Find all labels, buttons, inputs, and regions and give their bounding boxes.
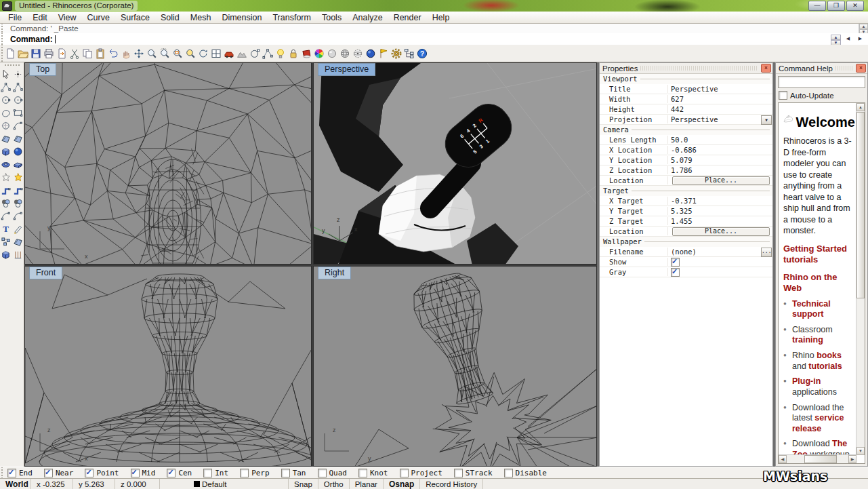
osnap-knot-checkbox[interactable] (358, 469, 367, 477)
zoom-extents-button[interactable] (184, 46, 197, 60)
help-link-text[interactable]: training (792, 335, 823, 345)
box-button[interactable] (0, 145, 12, 157)
history-scrollbar[interactable]: ▲▼ (859, 24, 868, 33)
property-value[interactable] (668, 268, 772, 277)
property-value[interactable]: Perspective (668, 85, 772, 93)
scroll-right-icon[interactable]: ▶ (848, 455, 856, 463)
drag-grip[interactable] (0, 33, 3, 45)
move-button[interactable] (132, 46, 145, 60)
circle-button[interactable] (0, 94, 12, 106)
status-pane-snap[interactable]: Snap (289, 479, 318, 489)
blocks-button[interactable] (0, 235, 12, 248)
circle-tangent-button[interactable] (0, 119, 12, 132)
property-value[interactable]: 1.786 (668, 166, 772, 174)
osnap-grip[interactable] (0, 467, 3, 478)
status-layer[interactable]: Default (188, 479, 289, 489)
scrollbar-thumb[interactable] (856, 112, 865, 298)
help-vertical-scrollbar[interactable]: ▲ ▼ (856, 103, 865, 455)
zoom-dynamic-button[interactable] (158, 46, 171, 60)
menu-tools[interactable]: Tools (316, 12, 347, 24)
menu-transform[interactable]: Transform (267, 12, 316, 24)
property-value[interactable]: 442 (668, 105, 772, 113)
help-link-text[interactable]: books (817, 351, 842, 360)
control-points-button[interactable] (261, 46, 274, 60)
help-link-text[interactable]: Plug-in (792, 376, 821, 386)
osnap-project-checkbox[interactable] (400, 469, 409, 477)
status-coord-3[interactable]: z 0.000 (115, 479, 160, 489)
drag-grip[interactable] (0, 24, 3, 33)
curve-tools-button[interactable] (12, 81, 24, 93)
top-viewport-canvas[interactable] (25, 63, 312, 265)
osnap-quad-checkbox[interactable] (318, 469, 327, 477)
render-button[interactable] (312, 46, 325, 60)
property-value[interactable]: (none) (668, 248, 772, 256)
freeform-curve-button[interactable] (0, 106, 12, 119)
osnap-point-checkbox[interactable] (85, 469, 94, 477)
osnap-strack-checkbox[interactable] (454, 469, 463, 477)
export-button[interactable] (55, 46, 68, 60)
front-viewport[interactable]: Front z x (24, 266, 312, 467)
osnap-disable-checkbox[interactable] (504, 469, 513, 477)
menu-render[interactable]: Render (388, 12, 427, 24)
property-value[interactable]: Place... (668, 176, 772, 186)
menu-edit[interactable]: Edit (27, 12, 53, 24)
menu-curve[interactable]: Curve (82, 12, 115, 24)
osnap-mid-checkbox[interactable] (131, 469, 140, 477)
pan-button[interactable] (119, 46, 132, 60)
open-file-button[interactable] (16, 46, 29, 60)
properties-close-icon[interactable]: x (761, 64, 771, 73)
slab-button[interactable] (12, 158, 24, 170)
status-cplane[interactable]: World (0, 479, 31, 489)
property-value[interactable]: 1.455 (668, 217, 772, 225)
property-value[interactable]: 5.079 (668, 156, 772, 164)
menu-analyze[interactable]: Analyze (347, 12, 388, 24)
osnap-int-checkbox[interactable] (203, 469, 212, 477)
status-pane-record-history[interactable]: Record History (420, 479, 483, 489)
help-horizontal-scrollbar[interactable]: ◀ ▶ (779, 454, 856, 463)
place-button[interactable]: Place... (672, 176, 770, 185)
surface-patch-button[interactable] (0, 132, 12, 144)
boolean-difference-button[interactable] (12, 197, 24, 209)
array-button[interactable] (12, 248, 24, 260)
scroll-left-icon[interactable]: ◀ (843, 35, 853, 43)
menu-surface[interactable]: Surface (115, 12, 155, 24)
help-bullet-text[interactable]: Download the latest service release (792, 403, 855, 435)
top-viewport-label[interactable]: Top (29, 63, 56, 76)
help-search-input[interactable] (778, 76, 865, 88)
status-pane-planar[interactable]: Planar (350, 479, 384, 489)
menu-mesh[interactable]: Mesh (185, 12, 217, 24)
notes-button[interactable] (377, 46, 390, 60)
scroll-up-icon[interactable]: ▲ (859, 24, 868, 29)
status-pane-osnap[interactable]: Osnap (384, 479, 420, 489)
blend-curve-button[interactable] (0, 210, 12, 222)
extrude-button[interactable] (0, 184, 12, 196)
menu-help[interactable]: Help (427, 12, 455, 24)
help-bullet-text[interactable]: Rhino books and tutorials (792, 351, 855, 372)
save-button[interactable] (29, 46, 42, 60)
right-viewport-canvas[interactable] (314, 267, 597, 467)
maximize-button[interactable]: ❐ (827, 1, 845, 11)
right-viewport-label[interactable]: Right (318, 267, 351, 279)
options-button[interactable] (390, 46, 402, 60)
control-point-curve-button[interactable] (0, 81, 12, 93)
perspective-viewport-canvas[interactable]: 642R531 (314, 63, 597, 265)
minimize-button[interactable]: — (808, 1, 826, 11)
print-button[interactable] (42, 46, 55, 60)
show-checkbox[interactable] (671, 258, 680, 267)
help-button[interactable]: ? (415, 46, 428, 60)
select-button[interactable] (0, 68, 12, 80)
command-spinner[interactable]: ▲▼ (831, 35, 841, 44)
shaded-view-button[interactable] (299, 46, 312, 60)
command-help-close-icon[interactable]: x (856, 64, 866, 73)
scrollbar-thumb[interactable] (804, 455, 837, 463)
pipe-button[interactable] (12, 184, 24, 196)
rendered-preview-button[interactable] (364, 46, 377, 60)
distance-button[interactable] (222, 46, 235, 60)
hatch-button[interactable] (12, 235, 24, 248)
paste-button[interactable] (94, 46, 106, 60)
help-bullet-text[interactable]: Download The Zoo workgroup license manag… (792, 439, 855, 455)
menu-view[interactable]: View (53, 12, 82, 24)
solid-tools-button[interactable] (0, 248, 12, 260)
scroll-up-icon[interactable]: ▲ (856, 103, 865, 111)
layer-manager-button[interactable] (402, 46, 415, 60)
